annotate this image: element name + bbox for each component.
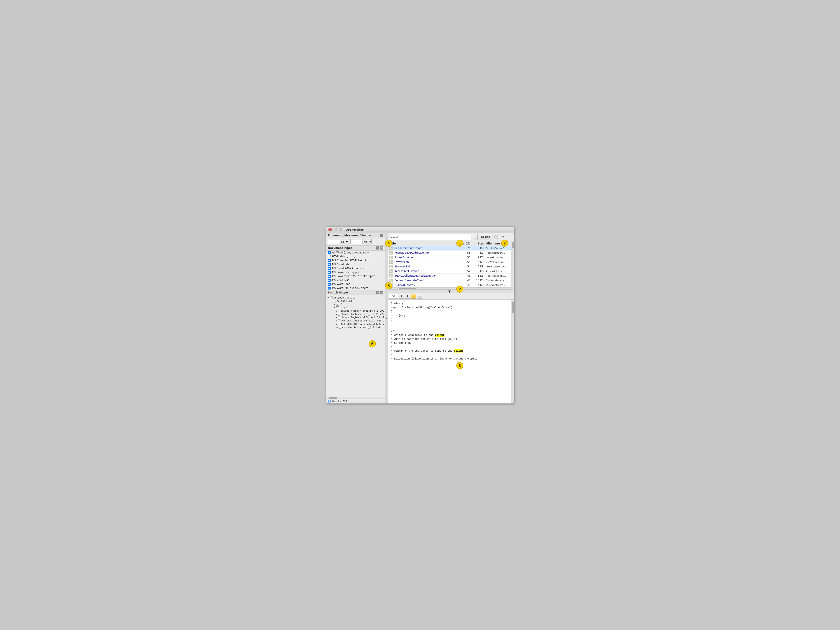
search-input[interactable] (390, 234, 471, 240)
doc-type-checkbox-8[interactable] (328, 283, 331, 286)
detach-button[interactable]: ✕ (507, 235, 512, 240)
min-filesize-input[interactable] (328, 239, 339, 244)
col-header-score: Score [%] (454, 241, 472, 246)
doc-type-label-6: MS Powerpoint 2007 (pptx, pptm) (332, 275, 376, 278)
table-header: Title Score [%] Size Filename (388, 241, 511, 246)
min-unit-select[interactable]: KB MB (340, 239, 349, 244)
search-dropdown-button[interactable]: ▾ (473, 234, 477, 240)
tree-check-3[interactable] (336, 306, 339, 309)
tree-label-8: com.ibm.icu_4.2.1.v20100412... (341, 323, 384, 325)
scope-bottom-scrollbar[interactable] (326, 397, 385, 399)
tree-check-7[interactable] (338, 320, 340, 322)
info-icon: i (328, 400, 331, 403)
tree-item-2[interactable]: ▶p2 (333, 302, 384, 306)
doc-type-item-5[interactable]: MS Powerpoint (ppt) (326, 270, 385, 274)
doc-type-checkbox-1[interactable] (328, 255, 331, 258)
minimize-window-button[interactable]: ─ (333, 228, 337, 232)
doc-type-item-3[interactable]: MS Excel (xls) (326, 262, 385, 266)
doc-type-item-4[interactable]: MS Excel 2007 (xlsx, xlsm) (326, 266, 385, 270)
table-row-1[interactable]: ResetToBaseAddressAction554 KBResetToBas… (388, 250, 511, 255)
row-filename-0: ServletOutputS... (485, 246, 511, 250)
prev-page-button[interactable]: ⬆ (399, 294, 404, 299)
max-unit-select[interactable]: KB MB (362, 239, 372, 244)
doc-type-checkbox-2[interactable] (328, 259, 331, 262)
search-scope-section: Search Scope ─ □ ▼eclipse-3.6.zip▼eclips… (326, 290, 385, 399)
tree-check-6[interactable] (338, 316, 340, 319)
tree-check-9[interactable] (339, 326, 341, 329)
doc-type-item-0[interactable]: AbiWord (abw, abw.gz, zabw) (326, 250, 385, 255)
doc-type-item-8[interactable]: MS Word (doc) (326, 282, 385, 286)
tree-check-1[interactable] (333, 300, 336, 302)
tree-label-1: eclipse-3.6 (337, 299, 353, 302)
row-score-7: 48 (454, 278, 472, 282)
doc-type-item-6[interactable]: MS Powerpoint 2007 (pptx, pptm) (326, 274, 385, 278)
preview-toolbar: ⬆ ⬇ ⚡ ⊞ (388, 293, 514, 299)
grid-view-button[interactable]: ⊞ (417, 294, 422, 299)
row-icon-4 (389, 265, 393, 268)
filesize-section-header: Minimum / Maximum Filesize ─ (326, 233, 385, 238)
tree-item-3[interactable]: ▼plugins (333, 306, 384, 309)
table-row-4[interactable]: IBrowserExt543 KBIBrowserExt.jav... (388, 265, 511, 269)
table-row-5[interactable]: AccessibleListener526 KBAccessibleListe.… (388, 269, 511, 274)
table-horizontal-scrollbar[interactable] (388, 288, 511, 289)
doc-type-checkbox-7[interactable] (328, 279, 331, 282)
doc-type-item-9[interactable]: MS Word 2007 (docx, docm) (326, 286, 385, 290)
preview-content: } else { msg = lStrings.getString("value… (388, 299, 511, 403)
help-button[interactable]: ? (494, 235, 499, 240)
tree-item-4[interactable]: ▶ch.qos.logback.classic_0.9.19... (336, 309, 384, 312)
tree-check-2[interactable] (336, 303, 339, 306)
row-icon-2 (389, 256, 393, 259)
doc-type-checkbox-4[interactable] (328, 267, 331, 270)
tree-item-8[interactable]: ▶com.ibm.icu_4.2.1.v20100412... (336, 322, 384, 326)
tree-arrow-3: ▼ (333, 307, 335, 309)
preview-vertical-scrollbar[interactable] (511, 299, 514, 403)
left-panel-collapse-handle[interactable]: ◀ (385, 233, 388, 403)
doc-type-item-7[interactable]: MS Visio (vsd) (326, 278, 385, 282)
doc-type-checkbox-5[interactable] (328, 271, 331, 274)
tree-item-5[interactable]: ▶ch.qos.logback.core_0.9.19.v2... (336, 312, 384, 316)
expand-scope-icon[interactable]: □ (380, 291, 383, 294)
doc-type-checkbox-6[interactable] (328, 275, 331, 278)
doc-type-item-1[interactable]: HTML (html, htm, ..) (326, 255, 385, 258)
highlight-button[interactable]: ⚡ (411, 294, 416, 299)
row-title-2: IIndexProvider (393, 255, 454, 259)
table-row-3[interactable]: CvsVersion556 KBCvsVersion.jav... (388, 260, 511, 265)
tree-item-7[interactable]: ▶com.ibm.icu.source_4.2.1.v20... (336, 319, 384, 322)
tree-item-6[interactable]: ▶ch.qos.logback.slf4j_0.9.19.v2... (336, 316, 384, 319)
maximize-window-button[interactable]: □ (339, 228, 343, 232)
next-page-button[interactable]: ⬇ (405, 294, 410, 299)
tree-check-5[interactable] (338, 313, 340, 315)
tree-item-9[interactable]: ▶com.ibm.icu.source_0.9.1.4... (336, 326, 384, 329)
table-row-6[interactable]: JREHttpClientRequiredException481 KBJREH… (388, 274, 511, 278)
page-number-input[interactable] (389, 294, 398, 298)
collapse-filesize-icon[interactable]: ─ (380, 234, 383, 237)
tree-item-1[interactable]: ▼eclipse-3.6 (330, 299, 384, 302)
tree-check-4[interactable] (338, 310, 340, 312)
collapse-scope-icon[interactable]: ─ (376, 291, 379, 294)
preview-line-9: * with no carriage return-line feed (CRL… (391, 337, 508, 341)
results-vertical-scrollbar[interactable] (511, 241, 514, 293)
tree-check-8[interactable] (338, 323, 340, 325)
row-size-7: 10 KB (472, 278, 485, 282)
table-row-7[interactable]: BorlandGenerateClient4810 KBBorlandGener… (388, 278, 511, 283)
search-button[interactable]: Search (479, 234, 493, 240)
tree-item-0[interactable]: ▼eclipse-3.6.zip (327, 296, 384, 299)
table-row-8[interactable]: QueryableArray483 KBQueryableArra... (388, 283, 511, 287)
doc-type-item-2[interactable]: MS Compiled HTML Help (ch... (326, 258, 385, 262)
collapse-doc-types-icon[interactable]: ─ (376, 246, 379, 249)
app-title: DocFetcher (346, 228, 363, 232)
table-row-0[interactable]: ServletOutputStream769 KBServletOutputS.… (388, 246, 511, 250)
settings-button[interactable]: ⚙ (500, 235, 505, 240)
doc-type-label-4: MS Excel 2007 (xlsx, xlsm) (332, 267, 367, 270)
doc-type-checkbox-0[interactable] (328, 251, 331, 254)
close-window-button[interactable]: ✕ (328, 228, 332, 232)
tree-check-0[interactable] (330, 296, 333, 299)
status-bar: i Results: 592 (326, 399, 385, 403)
max-filesize-input[interactable] (351, 239, 362, 244)
table-row-2[interactable]: IIndexProvider552 KBIIndexProvider.... (388, 255, 511, 260)
doc-type-label-3: MS Excel (xls) (332, 263, 350, 266)
doc-type-checkbox-9[interactable] (328, 287, 331, 290)
results-dropdown-arrow[interactable]: ▼ (388, 289, 511, 293)
doc-type-checkbox-3[interactable] (328, 263, 331, 266)
expand-doc-types-icon[interactable]: □ (380, 246, 383, 249)
